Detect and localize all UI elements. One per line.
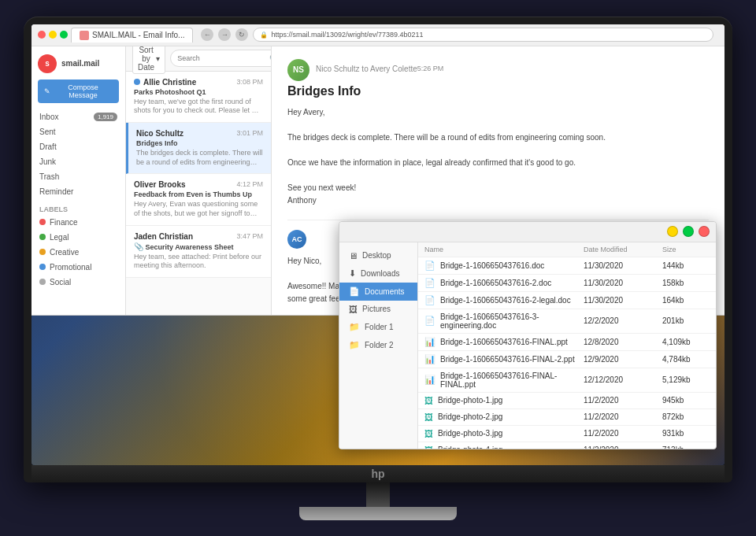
email-subject: Parks Photoshoot Q1: [134, 88, 263, 96]
sidebar-item-draft[interactable]: Draft: [32, 139, 125, 154]
file-item[interactable]: 📊Bridge-1-1606650437616-FINAL.ppt 12/8/2…: [418, 334, 716, 351]
file-manager-window: 🖥 Desktop ⬇ Downloads 📄 Documents 🖼: [339, 221, 717, 449]
sidebar-item-sent[interactable]: Sent: [32, 124, 125, 139]
pictures-icon: 🖼: [349, 305, 358, 314]
file-sidebar-folder2[interactable]: 📁 Folder 2: [339, 336, 417, 354]
labels-section-heading: Labels: [32, 199, 125, 215]
email-preview: Hey team, see attached: Print before our…: [134, 253, 263, 271]
sidebar-item-promotional[interactable]: Promotional: [32, 260, 125, 275]
file-item[interactable]: 📊Bridge-1-1606650437616-FINAL-2.ppt 12/9…: [418, 351, 716, 368]
body-line1: The bridges deck is complete. There will…: [287, 131, 709, 144]
file-sidebar-pictures[interactable]: 🖼 Pictures: [339, 301, 417, 318]
file-item[interactable]: 📄Bridge-1-1606650437616-2-legal.doc 11/3…: [418, 292, 716, 309]
file-sidebar-downloads[interactable]: ⬇ Downloads: [339, 264, 417, 283]
file-item[interactable]: 📄Bridge-1-1606650437616-2.doc 11/30/2020…: [418, 275, 716, 292]
file-manager-titlebar: [339, 222, 716, 242]
file-item[interactable]: 📊Bridge-1-1606650437616-FINAL-FINAL.ppt …: [418, 368, 716, 393]
email-item-4[interactable]: Jaden Christian 3:47 PM 📎 Security Aware…: [126, 226, 271, 278]
file-sidebar-documents[interactable]: 📄 Documents: [339, 283, 417, 301]
greeting: Hey Avery,: [287, 106, 709, 119]
search-input[interactable]: [170, 50, 272, 67]
maximize-window-btn[interactable]: [60, 31, 68, 39]
screen: SMAIL.MAIL - Email Info... ← → ↻ 🔒 https…: [32, 24, 724, 465]
file-item[interactable]: 🖼Bridge-photo-4.jpg 11/2/2020 713kb: [418, 442, 716, 449]
file-date: 12/12/2020: [584, 375, 662, 384]
file-size: 5,129kb: [662, 375, 710, 384]
minimize-window-btn[interactable]: [49, 31, 57, 39]
email-subject: Bridges Info: [136, 139, 263, 147]
documents-icon: 📄: [349, 286, 360, 297]
compose-button[interactable]: Compose Message: [38, 79, 119, 103]
ppt-icon: 📊: [424, 375, 435, 385]
lock-icon: 🔒: [260, 31, 268, 39]
creative-label: Creative: [50, 248, 79, 257]
browser-tab[interactable]: SMAIL.MAIL - Email Info...: [71, 28, 193, 43]
email-item-1[interactable]: Allie Christine 3:08 PM Parks Photoshoot…: [126, 72, 271, 123]
email-time: 3:08 PM: [236, 78, 263, 87]
file-name: 📄Bridge-1-1606650437616-3-engineering.do…: [424, 312, 584, 330]
file-size: 201kb: [662, 316, 710, 325]
minimize-button[interactable]: [667, 226, 678, 237]
social-label: Social: [50, 278, 71, 286]
file-name: 🖼Bridge-photo-2.jpg: [424, 412, 584, 422]
sidebar-item-inbox[interactable]: Inbox 1,919: [32, 109, 125, 124]
compose-label: Compose Message: [54, 83, 113, 99]
sidebar-item-legal[interactable]: Legal: [32, 230, 125, 245]
file-size: 4,784kb: [662, 355, 710, 364]
img-icon: 🖼: [424, 396, 433, 405]
sort-button[interactable]: Sort by Date ▾: [132, 46, 165, 74]
email-detail-title: Bridges Info: [287, 84, 709, 98]
app-logo-icon: s: [38, 54, 57, 73]
legal-label: Legal: [50, 233, 69, 242]
email-item-3[interactable]: Oliver Brooks 4:12 PM Feedback from Even…: [126, 174, 271, 225]
social-dot: [39, 279, 46, 285]
tab-label: SMAIL.MAIL - Email Info...: [92, 31, 184, 39]
hp-logo: hp: [371, 468, 384, 480]
email-preview: The bridges deck is complete. There will…: [136, 149, 263, 167]
file-item[interactable]: 📄Bridge-1-1606650437616-3-engineering.do…: [418, 309, 716, 334]
file-item[interactable]: 🖼Bridge-photo-3.jpg 11/2/2020 931kb: [418, 426, 716, 442]
sender-name: Nico Schultz: [136, 129, 183, 138]
address-bar[interactable]: 🔒 https://smail.mail/13092/wright/ev/773…: [253, 28, 713, 42]
sidebar-item-reminder[interactable]: Reminder: [32, 184, 125, 199]
url-text: https://smail.mail/13092/wright/ev/77389…: [271, 31, 423, 39]
file-item[interactable]: 📄Bridge-1-1606650437616.doc 11/30/2020 1…: [418, 257, 716, 275]
close-window-btn[interactable]: [38, 31, 46, 39]
img-icon: 🖼: [424, 445, 433, 449]
email-item-2[interactable]: Nico Schultz 3:01 PM Bridges Info The br…: [126, 123, 271, 174]
file-size: 713kb: [662, 445, 710, 449]
secondary-avatar: AC: [287, 230, 306, 249]
creative-dot: [39, 249, 46, 255]
body-line2: Once we have the information in place, l…: [287, 157, 709, 169]
sidebar-item-junk[interactable]: Junk: [32, 154, 125, 169]
sender-name: Jaden Christian: [134, 232, 193, 241]
back-button[interactable]: ←: [201, 28, 213, 41]
file-size: 144kb: [662, 261, 710, 270]
desktop-label: Desktop: [362, 251, 391, 260]
email-preview: Hey team, we've got the first round of s…: [134, 98, 263, 116]
file-name: 📊Bridge-1-1606650437616-FINAL.ppt: [424, 337, 584, 347]
file-sidebar-folder1[interactable]: 📁 Folder 1: [339, 318, 417, 336]
documents-label: Documents: [365, 287, 405, 296]
sidebar-item-trash[interactable]: Trash: [32, 169, 125, 184]
file-name: 📊Bridge-1-1606650437616-FINAL-2.ppt: [424, 354, 584, 364]
sidebar-item-finance[interactable]: Finance: [32, 215, 125, 230]
downloads-icon: ⬇: [349, 268, 356, 279]
forward-button[interactable]: →: [218, 28, 231, 41]
sidebar-item-social[interactable]: Social: [32, 275, 125, 290]
email-time: 3:47 PM: [236, 232, 263, 241]
file-size: 945kb: [662, 396, 710, 405]
col-name: Name: [424, 246, 584, 253]
refresh-button[interactable]: ↻: [235, 28, 248, 41]
email-subject: 📎 Security Awareness Sheet: [134, 242, 263, 251]
file-date: 11/2/2020: [584, 396, 662, 405]
file-item[interactable]: 🖼Bridge-photo-2.jpg 11/2/2020 872kb: [418, 409, 716, 426]
file-item[interactable]: 🖼Bridge-photo-1.jpg 11/2/2020 945kb: [418, 393, 716, 409]
maximize-button[interactable]: [683, 226, 694, 237]
junk-label: Junk: [39, 157, 56, 166]
promotional-label: Promotional: [50, 263, 91, 272]
file-sidebar-desktop[interactable]: 🖥 Desktop: [339, 247, 417, 264]
close-button[interactable]: [699, 226, 710, 237]
sidebar-item-creative[interactable]: Creative: [32, 245, 125, 260]
monitor: SMAIL.MAIL - Email Info... ← → ↻ 🔒 https…: [24, 17, 732, 482]
